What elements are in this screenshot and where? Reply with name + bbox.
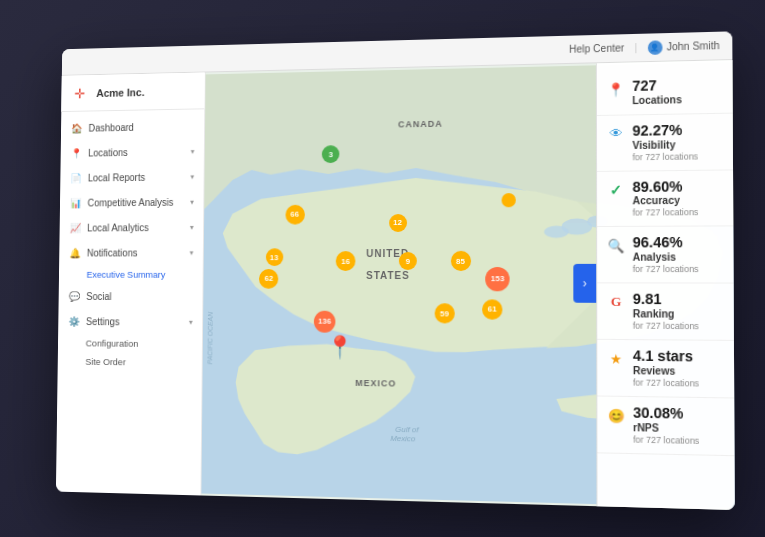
sidebar-item-settings[interactable]: ⚙️ Settings ▾ (58, 308, 202, 334)
reviews-stat-icon: ★ (605, 348, 626, 369)
visibility-stat-icon: 👁 (605, 123, 626, 144)
site-order-label: Site Order (85, 356, 125, 367)
rnps-stat-icon: 😊 (605, 404, 626, 425)
reviews-label-stat: Reviews (632, 364, 725, 378)
accuracy-stat-icon: ✓ (605, 179, 626, 200)
accuracy-label-stat: Accuracy (632, 194, 724, 207)
notifications-label: Notifications (86, 247, 189, 258)
locations-value: 727 (632, 75, 724, 94)
rnps-value: 30.08% (633, 404, 726, 423)
reviews-sub: for 727 locations (632, 377, 725, 390)
reviews-value: 4.1 stars (632, 347, 725, 365)
sidebar-item-competitive[interactable]: 📊 Competitive Analysis ▾ (59, 188, 203, 214)
stats-panel-toggle[interactable]: › (573, 263, 596, 302)
accuracy-sub: for 727 locations (632, 207, 724, 219)
settings-icon: ⚙️ (67, 314, 80, 328)
stat-accuracy: ✓ 89.60% Accuracy for 727 locations (597, 170, 733, 227)
reviews-stat-content: 4.1 stars Reviews for 727 locations (632, 347, 725, 389)
visibility-value: 92.27% (632, 120, 724, 139)
sidebar-header: Acme Inc. (61, 72, 204, 112)
rnps-label-stat: rNPS (633, 421, 726, 435)
locations-stat-content: 727 Locations (632, 75, 724, 106)
stat-locations: 📍 727 Locations (596, 68, 732, 115)
social-icon: 💬 (67, 289, 80, 303)
rnps-sub: for 727 locations (633, 434, 726, 447)
settings-label: Settings (85, 315, 188, 326)
notifications-chevron: ▾ (189, 248, 193, 257)
locations-chevron: ▾ (190, 146, 194, 155)
sidebar-subitem-site-order[interactable]: Site Order (57, 351, 201, 371)
ranking-value: 9.81 (632, 290, 724, 308)
local-reports-icon: 📄 (69, 170, 82, 184)
executive-summary-label: Executive Summary (86, 269, 165, 280)
logo-icon (70, 83, 89, 102)
dashboard-icon: 🏠 (70, 121, 83, 135)
mexico-label: MEXICO (355, 377, 396, 388)
sidebar-item-dashboard[interactable]: 🏠 Dashboard (60, 113, 203, 140)
local-reports-chevron: ▾ (190, 172, 194, 181)
laptop-screen: Help Center | 👤 John Smith Acme Inc. (55, 31, 734, 510)
competitive-chevron: ▾ (190, 197, 194, 206)
svg-text:Gulf of: Gulf of (395, 424, 419, 434)
svg-text:Mexico: Mexico (390, 434, 416, 444)
sidebar-subitem-executive-summary[interactable]: Executive Summary (58, 265, 202, 284)
svg-text:PACIFIC OCEAN: PACIFIC OCEAN (206, 311, 213, 364)
stat-analysis: 🔍 96.46% Analysis for 727 locations (597, 226, 733, 283)
analysis-stat-icon: 🔍 (605, 235, 626, 256)
user-icon: 👤 (647, 39, 662, 54)
locations-label-stat: Locations (632, 92, 724, 106)
visibility-label-stat: Visibility (632, 138, 724, 152)
visibility-stat-content: 92.27% Visibility for 727 locations (632, 120, 724, 162)
stat-ranking: G 9.81 Ranking for 727 locations (597, 283, 734, 340)
analytics-label: Local Analytics (87, 221, 190, 232)
notifications-icon: 🔔 (68, 245, 81, 258)
dashboard-label: Dashboard (88, 120, 194, 132)
us-label-2: STATES (366, 270, 410, 281)
laptop-wrapper: Help Center | 👤 John Smith Acme Inc. (0, 0, 765, 537)
map-container: Gulf of Mexico PACIFIC OCEAN CANADA UNIT… (201, 60, 734, 510)
ranking-label-stat: Ranking (632, 308, 724, 321)
analysis-stat-content: 96.46% Analysis for 727 locations (632, 234, 724, 275)
ranking-stat-content: 9.81 Ranking for 727 locations (632, 290, 724, 332)
canada-label: CANADA (398, 118, 443, 129)
user-name: John Smith (666, 39, 719, 52)
sidebar-item-social[interactable]: 💬 Social (58, 283, 202, 309)
stat-rnps: 😊 30.08% rNPS for 727 locations (597, 396, 734, 456)
sidebar-item-local-reports[interactable]: 📄 Local Reports ▾ (60, 163, 204, 190)
locations-label: Locations (88, 145, 191, 157)
analysis-value: 96.46% (632, 234, 724, 252)
social-label: Social (86, 290, 193, 301)
stat-visibility: 👁 92.27% Visibility for 727 locations (596, 113, 732, 171)
user-menu[interactable]: 👤 John Smith (647, 38, 719, 54)
visibility-sub: for 727 locations (632, 150, 724, 163)
local-reports-label: Local Reports (87, 171, 190, 183)
sidebar-brand: Acme Inc. (96, 85, 144, 98)
stats-panel: 📍 727 Locations 👁 92.27% Visibility (595, 60, 734, 510)
us-label: UNITED (366, 248, 409, 259)
sidebar-item-notifications[interactable]: 🔔 Notifications ▾ (59, 239, 203, 264)
sidebar-item-locations[interactable]: 📍 Locations ▾ (60, 138, 203, 165)
settings-chevron: ▾ (188, 317, 192, 326)
app-layout: Acme Inc. 🏠 Dashboard 📍 Locations ▾ 📄 (55, 60, 734, 510)
competitive-icon: 📊 (69, 195, 82, 209)
main-content: Gulf of Mexico PACIFIC OCEAN CANADA UNIT… (201, 60, 734, 510)
divider: | (634, 42, 637, 53)
rnps-stat-content: 30.08% rNPS for 727 locations (633, 404, 726, 447)
configuration-label: Configuration (85, 337, 138, 348)
sidebar-item-analytics[interactable]: 📈 Local Analytics ▾ (59, 214, 203, 240)
sidebar-subitem-configuration[interactable]: Configuration (57, 333, 201, 353)
ranking-stat-icon: G (605, 291, 626, 312)
help-center-link[interactable]: Help Center (569, 42, 624, 55)
analysis-label-stat: Analysis (632, 251, 724, 264)
ranking-sub: for 727 locations (632, 320, 724, 332)
locations-icon: 📍 (69, 146, 82, 160)
analysis-sub: for 727 locations (632, 264, 724, 275)
stat-reviews: ★ 4.1 stars Reviews for 727 locations (597, 340, 734, 399)
dac-logo (72, 85, 87, 101)
analytics-icon: 📈 (68, 220, 81, 234)
accuracy-value: 89.60% (632, 177, 724, 195)
accuracy-stat-content: 89.60% Accuracy for 727 locations (632, 177, 724, 219)
sidebar: Acme Inc. 🏠 Dashboard 📍 Locations ▾ 📄 (55, 72, 205, 495)
locations-stat-icon: 📍 (605, 78, 626, 99)
competitive-label: Competitive Analysis (87, 196, 190, 207)
